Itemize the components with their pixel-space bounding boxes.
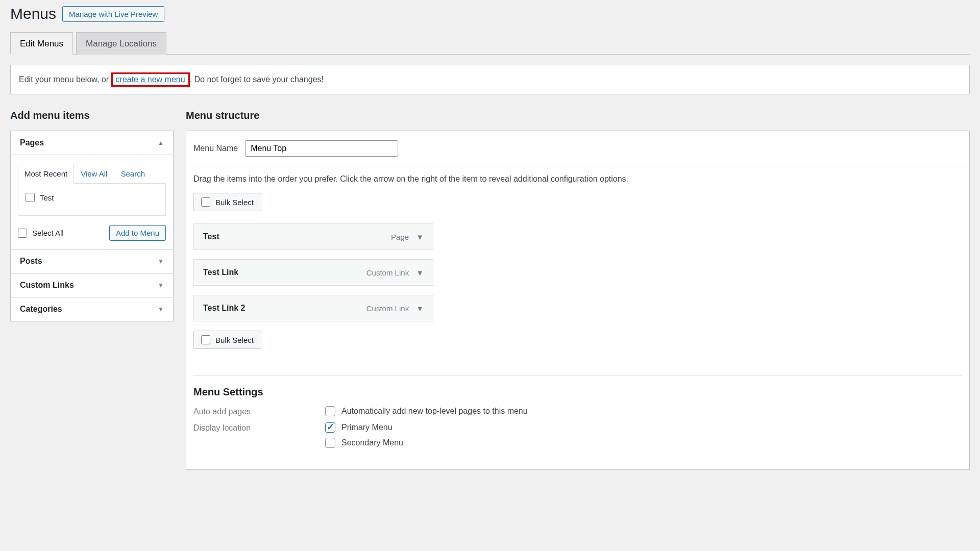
auto-add-option[interactable]: Automatically add new top-level pages to… xyxy=(325,406,528,416)
location-secondary-option[interactable]: Secondary Menu xyxy=(325,438,403,448)
page-title: Menus xyxy=(10,5,56,22)
menu-item[interactable]: Test Link Custom Link ▼ xyxy=(193,259,433,286)
edit-notice: Edit your menu below, or create a new me… xyxy=(10,65,970,94)
add-menu-items-heading: Add menu items xyxy=(10,110,174,121)
pages-tab-most-recent[interactable]: Most Recent xyxy=(18,164,74,184)
location-primary-option[interactable]: Primary Menu xyxy=(325,422,403,433)
tab-edit-menus[interactable]: Edit Menus xyxy=(10,32,73,55)
posts-panel-title: Posts xyxy=(20,257,42,266)
page-item-label: Test xyxy=(40,193,54,202)
add-to-menu-button[interactable]: Add to Menu xyxy=(109,225,166,241)
menu-item[interactable]: Test Page ▼ xyxy=(193,223,433,250)
nav-tabs: Edit Menus Manage Locations xyxy=(10,32,970,55)
create-new-menu-link[interactable]: create a new menu xyxy=(116,75,185,84)
notice-pre: Edit your menu below, or xyxy=(19,75,111,84)
triangle-down-icon: ▼ xyxy=(158,306,164,313)
menu-item-type: Page ▼ xyxy=(391,233,424,241)
add-items-accordion: Pages ▲ Most Recent View All Search Test xyxy=(10,131,174,321)
pages-tab-search[interactable]: Search xyxy=(114,164,152,184)
bulk-select-checkbox-bottom[interactable] xyxy=(201,335,210,344)
page-item-row: Test xyxy=(26,193,158,202)
categories-panel-title: Categories xyxy=(20,305,62,314)
menu-item-type-text: Page xyxy=(391,233,409,241)
custom-links-panel-header[interactable]: Custom Links ▼ xyxy=(11,273,173,297)
location-secondary-text: Secondary Menu xyxy=(341,438,403,447)
bulk-select-bottom[interactable]: Bulk Select xyxy=(193,331,261,349)
select-all-label: Select All xyxy=(32,229,64,237)
chevron-down-icon[interactable]: ▼ xyxy=(416,233,424,241)
triangle-down-icon: ▼ xyxy=(158,282,164,289)
chevron-down-icon[interactable]: ▼ xyxy=(416,304,424,313)
location-primary-text: Primary Menu xyxy=(341,423,393,432)
select-all-checkbox[interactable] xyxy=(18,229,27,238)
auto-add-pages-label: Auto add pages xyxy=(193,406,325,416)
posts-panel-header[interactable]: Posts ▼ xyxy=(11,249,173,273)
create-menu-highlight: create a new menu xyxy=(111,72,190,87)
auto-add-checkbox[interactable] xyxy=(325,406,335,416)
pages-inner-tabs: Most Recent View All Search xyxy=(18,163,166,184)
menu-item-type: Custom Link ▼ xyxy=(366,268,424,277)
menu-item-label: Test xyxy=(203,232,219,241)
auto-add-pages-row: Auto add pages Automatically add new top… xyxy=(193,406,962,416)
display-location-label: Display location xyxy=(193,422,325,433)
menu-item[interactable]: Test Link 2 Custom Link ▼ xyxy=(193,295,433,321)
menu-item-label: Test Link xyxy=(203,268,238,277)
menu-edit-panel: Menu Name Drag the items into the order … xyxy=(186,131,970,470)
menu-name-input[interactable] xyxy=(245,140,398,157)
location-primary-checkbox[interactable] xyxy=(325,422,335,433)
pages-panel-title: Pages xyxy=(20,138,44,147)
auto-add-text: Automatically add new top-level pages to… xyxy=(341,407,528,416)
triangle-up-icon: ▲ xyxy=(158,139,164,146)
categories-panel-header[interactable]: Categories ▼ xyxy=(11,297,173,321)
triangle-down-icon: ▼ xyxy=(158,258,164,265)
menu-settings-section: Menu Settings Auto add pages Automatical… xyxy=(193,375,962,448)
menu-settings-heading: Menu Settings xyxy=(193,386,962,398)
menu-structure-heading: Menu structure xyxy=(186,110,970,121)
notice-post: . Do not forget to save your changes! xyxy=(190,75,324,84)
bulk-select-checkbox-top[interactable] xyxy=(201,197,210,207)
pages-panel-body: Most Recent View All Search Test Se xyxy=(11,155,173,249)
menu-item-type: Custom Link ▼ xyxy=(366,304,424,313)
menu-item-label: Test Link 2 xyxy=(203,304,245,313)
bulk-select-top[interactable]: Bulk Select xyxy=(193,193,261,211)
menu-name-row: Menu Name xyxy=(186,131,969,166)
bulk-select-label-top: Bulk Select xyxy=(215,198,254,207)
menu-item-type-text: Custom Link xyxy=(366,304,409,313)
drag-hint: Drag the items into the order you prefer… xyxy=(193,174,962,184)
page-item-checkbox[interactable] xyxy=(26,193,35,202)
pages-panel-header[interactable]: Pages ▲ xyxy=(11,131,173,155)
page-header: Menus Manage with Live Preview xyxy=(10,5,970,22)
pages-list-panel: Test xyxy=(18,184,166,216)
custom-links-panel-title: Custom Links xyxy=(20,281,74,290)
live-preview-button[interactable]: Manage with Live Preview xyxy=(62,6,164,22)
select-all-row: Select All xyxy=(18,229,64,238)
bulk-select-label-bottom: Bulk Select xyxy=(215,336,254,344)
tab-manage-locations[interactable]: Manage Locations xyxy=(76,32,166,55)
display-location-row: Display location Primary Menu Secondary … xyxy=(193,422,962,448)
pages-tab-view-all[interactable]: View All xyxy=(74,164,114,184)
menu-name-label: Menu Name xyxy=(193,144,238,153)
chevron-down-icon[interactable]: ▼ xyxy=(416,268,424,277)
menu-item-type-text: Custom Link xyxy=(366,268,409,277)
location-secondary-checkbox[interactable] xyxy=(325,438,335,448)
